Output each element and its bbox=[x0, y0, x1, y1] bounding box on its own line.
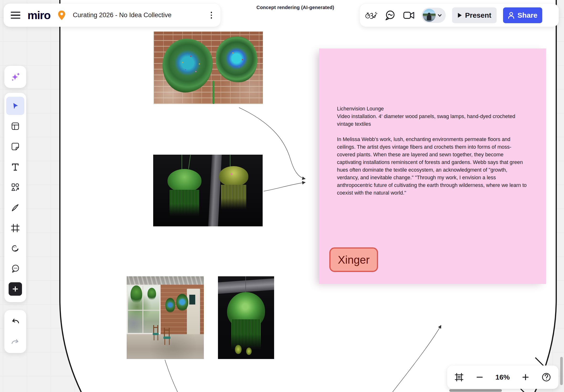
tool-add-more[interactable] bbox=[6, 280, 24, 298]
hanging-wire bbox=[246, 276, 246, 293]
board-title[interactable]: Curating 2026 - No Idea Collective bbox=[73, 12, 172, 19]
white-door bbox=[187, 289, 200, 338]
tool-text[interactable] bbox=[6, 158, 24, 176]
tag-xinger[interactable]: Xinger bbox=[329, 247, 378, 272]
lamp-chain bbox=[182, 155, 182, 170]
person-icon bbox=[508, 12, 515, 19]
lamp-chain bbox=[230, 155, 230, 167]
note-body: In Melissa Webb's work, lush, enchanting… bbox=[337, 137, 527, 196]
board-location-pin-icon bbox=[58, 10, 66, 21]
lamp-fringe bbox=[170, 190, 199, 216]
hanging-green-piece bbox=[148, 288, 156, 300]
tool-templates[interactable] bbox=[6, 117, 24, 135]
undo-button[interactable] bbox=[6, 312, 24, 330]
tool-sticker[interactable] bbox=[6, 239, 24, 257]
zoom-out-button[interactable] bbox=[476, 373, 484, 381]
share-button[interactable]: Share bbox=[503, 7, 542, 23]
account-menu[interactable] bbox=[422, 8, 446, 23]
crochet-lamp-green bbox=[167, 169, 201, 192]
note-materials: Video installation. 4' diameter wood pan… bbox=[337, 113, 515, 127]
board-options-icon[interactable] bbox=[209, 10, 214, 20]
green-tuft bbox=[246, 348, 252, 355]
horizontal-scrollbar[interactable] bbox=[449, 389, 502, 392]
play-icon bbox=[457, 13, 462, 18]
chandelier-fringe bbox=[231, 319, 261, 349]
tool-frame[interactable] bbox=[6, 219, 24, 237]
zoom-in-button[interactable] bbox=[522, 373, 530, 381]
note-text: Lichenvision Lounge Video installation. … bbox=[337, 105, 528, 197]
hanging-green-piece bbox=[130, 285, 142, 304]
artwork-photo-4[interactable] bbox=[218, 276, 274, 359]
miro-logo[interactable]: miro bbox=[28, 10, 50, 21]
present-button[interactable]: Present bbox=[452, 7, 497, 23]
user-avatar[interactable] bbox=[423, 9, 436, 22]
plus-icon bbox=[9, 282, 22, 296]
artwork-photo-2[interactable] bbox=[153, 155, 263, 226]
present-label: Present bbox=[465, 11, 491, 19]
facilitation-tools-icon[interactable] bbox=[365, 9, 377, 22]
metal-duct bbox=[208, 155, 222, 226]
tool-comment[interactable] bbox=[6, 260, 24, 278]
frame-title[interactable]: Concept rendering (AI-generated) bbox=[256, 5, 334, 10]
share-label: Share bbox=[517, 11, 537, 19]
green-tuft bbox=[235, 345, 242, 354]
metal-duct bbox=[218, 279, 274, 294]
tool-pen[interactable] bbox=[6, 198, 24, 217]
green-chair bbox=[152, 325, 159, 340]
tool-sticky-note[interactable] bbox=[6, 138, 24, 156]
artwork-photo-1[interactable] bbox=[154, 31, 263, 104]
zoom-controls: 16% bbox=[447, 365, 559, 389]
zoom-level[interactable]: 16% bbox=[495, 373, 510, 381]
lamp-chain bbox=[188, 155, 191, 169]
video-call-icon[interactable] bbox=[403, 9, 415, 22]
door-panel bbox=[189, 295, 195, 305]
vertical-scrollbar[interactable] bbox=[560, 357, 563, 385]
chat-icon[interactable] bbox=[384, 9, 396, 22]
tag-label: Xinger bbox=[338, 253, 370, 266]
header-left: miro Curating 2026 - No Idea Collective bbox=[4, 4, 220, 27]
lamp-fringe bbox=[221, 185, 246, 209]
green-cord bbox=[213, 81, 214, 104]
tool-ai-assist[interactable] bbox=[6, 68, 24, 86]
sidebar-toolbar bbox=[4, 93, 26, 302]
sidebar-history-panel bbox=[4, 310, 26, 353]
redo-button[interactable] bbox=[6, 333, 24, 351]
crochet-wreath-left bbox=[163, 39, 213, 92]
main-menu-icon[interactable] bbox=[11, 12, 20, 19]
sidebar-ai-panel bbox=[4, 66, 26, 88]
fit-to-frame-icon[interactable] bbox=[454, 372, 464, 382]
artwork-photo-3[interactable] bbox=[127, 276, 204, 359]
tool-shapes[interactable] bbox=[6, 178, 24, 196]
tool-select[interactable] bbox=[6, 97, 24, 115]
green-chair bbox=[163, 328, 171, 345]
crochet-wreath-right bbox=[216, 37, 257, 82]
note-title: Lichenvision Lounge bbox=[337, 106, 384, 112]
help-button[interactable] bbox=[541, 372, 551, 382]
crochet-lamp-yellow bbox=[219, 166, 248, 186]
chevron-down-icon bbox=[437, 12, 443, 18]
header-right: Present Share bbox=[360, 4, 559, 27]
